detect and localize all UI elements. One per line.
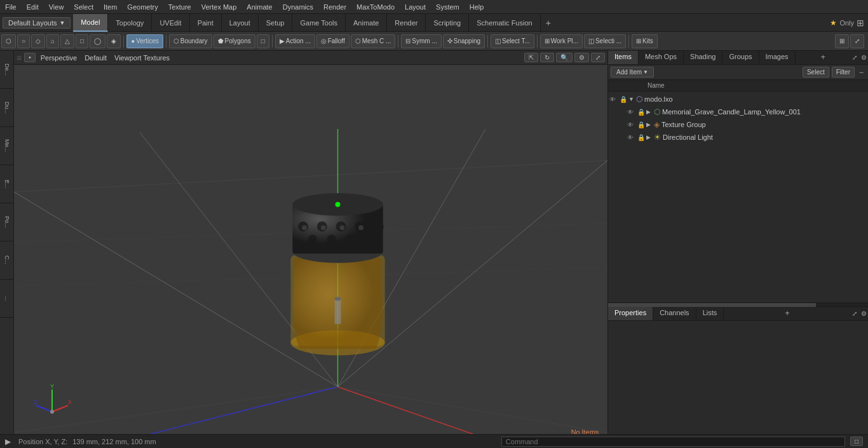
tab-topology[interactable]: Topology [108, 14, 152, 32]
menu-file[interactable]: File [0, 2, 22, 12]
falloff-button[interactable]: ◎ Falloff [316, 34, 349, 48]
items-tab-plus[interactable]: + [817, 51, 829, 64]
left-tab-du[interactable]: Du... [0, 89, 14, 127]
tab-model[interactable]: Model [73, 14, 108, 32]
tool-tri-btn[interactable]: △ [60, 34, 74, 48]
tab-properties[interactable]: Properties [608, 307, 653, 320]
filter-button[interactable]: Filter [832, 67, 855, 78]
execute-button[interactable]: □ [850, 437, 863, 446]
eye-icon-root[interactable]: 👁 [609, 96, 620, 103]
left-tab-de[interactable]: De... [0, 51, 14, 89]
tab-render[interactable]: Render [387, 14, 426, 32]
polygons-button[interactable]: ⬟ Polygons [214, 34, 255, 48]
work-pl-button[interactable]: ⊞ Work Pl... [540, 34, 583, 48]
expand-light[interactable]: ▶ [646, 134, 654, 140]
menu-view[interactable]: View [44, 2, 69, 12]
viewport[interactable]: ≡ • Perspective Default Viewport Texture… [14, 51, 607, 434]
menu-select[interactable]: Select [69, 2, 98, 12]
boundary-button[interactable]: ⬡ Boundary [169, 34, 212, 48]
tab-setup[interactable]: Setup [259, 14, 293, 32]
tab-items[interactable]: Items [608, 51, 639, 64]
expand-root[interactable]: ▼ [628, 96, 636, 102]
tab-shading[interactable]: Shading [684, 51, 722, 64]
vp-settings-icon[interactable]: ⚙ [574, 53, 589, 62]
left-tab-c[interactable]: C... [0, 241, 14, 280]
tab-images[interactable]: Images [759, 51, 796, 64]
tab-layout[interactable]: Layout [222, 14, 259, 32]
viewport-icon-btn[interactable]: ⊞ [835, 34, 849, 48]
menu-animate[interactable]: Animate [241, 2, 277, 12]
tool-circle2-btn[interactable]: ◯ [90, 34, 105, 48]
menu-help[interactable]: Help [465, 2, 489, 12]
left-tab-e[interactable]: E... [0, 165, 14, 203]
tree-item-root[interactable]: 👁 🔒 ▼ ⬡ modo.lxo [608, 93, 868, 105]
tab-lists[interactable]: Lists [696, 307, 724, 320]
items-minus-btn[interactable]: − [857, 68, 865, 77]
vp-menu-icon[interactable]: ≡ [17, 53, 22, 63]
tree-item-memorial[interactable]: 👁 🔒 ▶ ⬡ Memorial_Grave_Candle_Lamp_Yello… [608, 105, 868, 118]
select-button[interactable]: Select [803, 67, 829, 78]
props-settings-btn[interactable]: ⚙ [860, 310, 868, 317]
layout-dropdown[interactable]: Default Layouts ▼ [3, 17, 71, 29]
tool-lasso-btn[interactable]: ◈ [107, 34, 121, 48]
tree-item-texture[interactable]: 👁 🔒 ▶ ◈ Texture Group [608, 118, 868, 131]
eye-icon-texture[interactable]: 👁 [627, 121, 637, 128]
tab-paint[interactable]: Paint [190, 14, 222, 32]
eye-icon-memorial[interactable]: 👁 [627, 109, 637, 116]
vp-expand-icon[interactable]: ⤢ [591, 53, 605, 62]
menu-vertex-map[interactable]: Vertex Map [196, 2, 242, 12]
tab-scripting[interactable]: Scripting [426, 14, 469, 32]
items-settings-btn[interactable]: ⚙ [860, 54, 868, 61]
menu-texture[interactable]: Texture [163, 2, 196, 12]
tab-groups[interactable]: Groups [722, 51, 759, 64]
mesh-button[interactable]: □ [257, 34, 269, 48]
tab-uvedit[interactable]: UVEdit [152, 14, 189, 32]
left-tab-more[interactable]: ... [0, 280, 14, 318]
tab-animate[interactable]: Animate [346, 14, 387, 32]
items-scrollbar[interactable] [608, 302, 868, 306]
add-item-button[interactable]: Add Item ▼ [611, 67, 654, 78]
expand-memorial[interactable]: ▶ [646, 109, 654, 115]
mesh-c-button[interactable]: ⬡ Mesh C ... [351, 34, 396, 48]
menu-item[interactable]: Item [98, 2, 122, 12]
tab-mesh-ops[interactable]: Mesh Ops [639, 51, 684, 64]
left-tab-po[interactable]: Po... [0, 203, 14, 241]
snapping-button[interactable]: ✣ Snapping [443, 34, 485, 48]
vp-rotate-icon[interactable]: ↻ [540, 53, 554, 62]
vp-move-icon[interactable]: ⇱ [524, 53, 538, 62]
eye-icon-light[interactable]: 👁 [627, 134, 637, 141]
command-input[interactable] [501, 437, 845, 447]
fullscreen-btn[interactable]: ⤢ [850, 34, 864, 48]
props-expand-btn[interactable]: ⤢ [851, 310, 858, 317]
tool-diamond-btn[interactable]: ◇ [31, 34, 45, 48]
props-tab-plus[interactable]: + [782, 307, 794, 320]
left-tab-me[interactable]: Me... [0, 127, 14, 165]
layout-add-tab[interactable]: + [541, 15, 556, 31]
vp-dot[interactable]: • [24, 53, 36, 62]
expand-texture[interactable]: ▶ [646, 121, 654, 128]
star-button[interactable]: ★ [830, 18, 837, 27]
tab-game-tools[interactable]: Game Tools [292, 14, 346, 32]
tree-item-light[interactable]: 👁 🔒 ▶ ☀ Directional Light [608, 131, 868, 144]
tab-channels[interactable]: Channels [653, 307, 696, 320]
vp-zoom-icon[interactable]: 🔍 [556, 53, 573, 62]
menu-render[interactable]: Render [318, 2, 351, 12]
items-expand-btn[interactable]: ⤢ [851, 54, 858, 61]
menu-edit[interactable]: Edit [22, 2, 44, 12]
symm-button[interactable]: ⊟ Symm ... [401, 34, 441, 48]
menu-geometry[interactable]: Geometry [122, 2, 163, 12]
selecti-button[interactable]: ◫ Selecti ... [584, 34, 626, 48]
menu-maxtomodo[interactable]: MaxToModo [351, 2, 400, 12]
tool-circle-btn[interactable]: ○ [17, 34, 30, 48]
kits-button[interactable]: ⊞ Kits [632, 34, 658, 48]
menu-dynamics[interactable]: Dynamics [278, 2, 318, 12]
select-t-button[interactable]: ◫ Select T... [491, 34, 534, 48]
tool-icon-btn[interactable]: ⬡ [1, 34, 16, 48]
viewport-canvas[interactable]: No Items Polygons : Face Channels: 0 Def… [14, 65, 607, 434]
maximize-button[interactable]: ⊞ [857, 18, 864, 28]
vertices-button[interactable]: ● Vertices [126, 34, 163, 48]
tool-square-btn[interactable]: □ [76, 34, 88, 48]
tool-home-btn[interactable]: ⌂ [46, 34, 59, 48]
action-button[interactable]: ▶ Action ... [275, 34, 315, 48]
menu-system[interactable]: System [431, 2, 465, 12]
